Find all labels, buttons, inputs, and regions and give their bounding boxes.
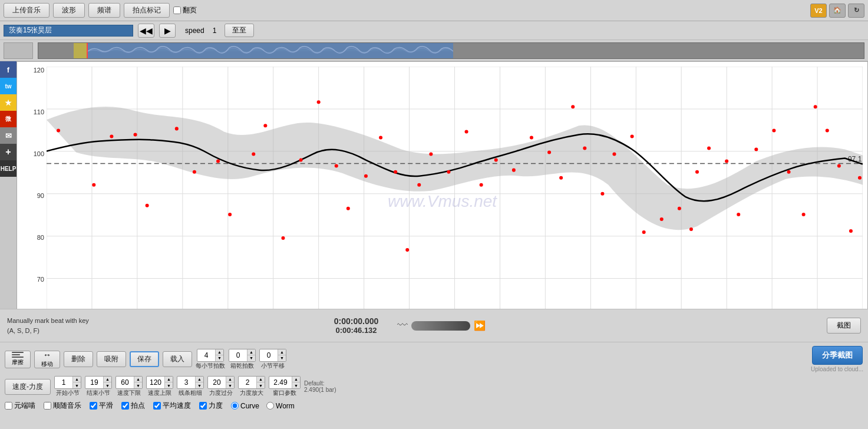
- split-view-button[interactable]: 分季截图: [812, 346, 863, 365]
- beat-point-checkbox[interactable]: [121, 402, 129, 410]
- smoothing-up[interactable]: ▲: [247, 349, 255, 355]
- start-bar-up[interactable]: ▲: [72, 377, 81, 382]
- twitter-button[interactable]: tw: [0, 78, 16, 94]
- force-smooth-down[interactable]: ▼: [226, 382, 234, 388]
- speed-min-down[interactable]: ▼: [134, 382, 142, 388]
- bar-step-label: 小节平移: [261, 362, 285, 370]
- end-bar-down[interactable]: ▼: [103, 382, 111, 388]
- window-param-down[interactable]: ▼: [292, 382, 300, 388]
- facebook-button[interactable]: f: [0, 61, 16, 78]
- mail-button[interactable]: ✉: [0, 127, 16, 144]
- window-param-up[interactable]: ▲: [292, 377, 300, 382]
- svg-point-29: [92, 183, 95, 187]
- smooth-checkbox[interactable]: [90, 402, 97, 410]
- status-bar: Manually mark beat with key (A, S, D, F)…: [0, 309, 868, 342]
- beat-mark-button[interactable]: 拍点标记: [124, 3, 170, 18]
- flip-label: 翻页: [183, 5, 197, 15]
- delete-button[interactable]: 删除: [64, 351, 93, 367]
- refresh-button[interactable]: ↻: [848, 4, 864, 18]
- window-param-value: 2.49: [269, 378, 292, 387]
- speed-max-spinner: 120 ▲ ▼ 速度上限: [146, 376, 173, 397]
- worm-radio-label[interactable]: Worm: [266, 402, 295, 410]
- svg-point-73: [787, 170, 791, 174]
- social-sidebar: f tw ★ 微 ✉ + HELP: [0, 61, 16, 177]
- force-smooth-value: 20: [208, 378, 226, 387]
- svg-point-46: [394, 170, 397, 174]
- no-sound-label: 元端喵: [14, 401, 35, 411]
- flip-checkbox-label[interactable]: 翻页: [173, 5, 197, 15]
- time-total: 0:00:46.132: [334, 326, 379, 335]
- waveform-container[interactable]: [38, 42, 864, 59]
- flip-checkbox[interactable]: [173, 6, 181, 14]
- avg-speed-checkbox-label[interactable]: 平均速度: [153, 401, 191, 411]
- erase-label: 摩擦: [12, 358, 24, 367]
- curve-label: Curve: [240, 402, 259, 410]
- bar-step-down[interactable]: ▼: [278, 355, 286, 361]
- svg-point-69: [725, 160, 728, 163]
- beats-per-bar-up[interactable]: ▲: [215, 349, 223, 355]
- chart-svg[interactable]: 97.1: [47, 67, 863, 321]
- svg-point-39: [281, 236, 285, 240]
- attach-button[interactable]: 吸附: [97, 351, 126, 367]
- random-music-checkbox-label[interactable]: 顺随音乐: [44, 401, 81, 411]
- erase-tool-button[interactable]: 摩擦: [5, 351, 31, 368]
- upload-music-button[interactable]: 上传音乐: [4, 3, 49, 18]
- v2-button[interactable]: V2: [810, 4, 827, 18]
- start-bar-down[interactable]: ▼: [72, 382, 81, 388]
- svg-point-66: [689, 227, 693, 231]
- set-button[interactable]: 至至: [225, 24, 254, 37]
- help-button[interactable]: HELP: [0, 160, 16, 177]
- speed-slider[interactable]: [411, 321, 470, 331]
- speed-max-down[interactable]: ▼: [164, 382, 173, 388]
- y-70: 70: [37, 276, 44, 283]
- speed-max-up[interactable]: ▲: [164, 377, 173, 382]
- waveform-blue: [88, 43, 453, 58]
- speed-force-button[interactable]: 速度-力度: [5, 379, 51, 395]
- no-sound-checkbox[interactable]: [5, 402, 12, 410]
- curve-radio-label[interactable]: Curve: [231, 402, 259, 410]
- force-checkbox[interactable]: [199, 402, 207, 410]
- home-button[interactable]: 🏠: [829, 4, 846, 18]
- section-button[interactable]: 截图: [827, 318, 861, 334]
- waveform-button[interactable]: 波形: [53, 3, 85, 18]
- svg-point-77: [837, 164, 841, 168]
- beat-point-checkbox-label[interactable]: 拍点: [121, 401, 145, 411]
- svg-point-70: [737, 213, 740, 216]
- line-width-up[interactable]: ▲: [195, 377, 203, 382]
- svg-point-64: [660, 217, 664, 221]
- weibo-button[interactable]: 微: [0, 111, 16, 127]
- plus-button[interactable]: +: [0, 144, 16, 160]
- section-panel: 截图: [827, 318, 861, 334]
- play-button[interactable]: ▶: [159, 24, 176, 38]
- force-amp-label: 力度放大: [240, 389, 263, 397]
- save-button[interactable]: 保存: [130, 351, 159, 367]
- beats-per-bar-label: 每小节拍数: [196, 362, 225, 370]
- smoothing-down[interactable]: ▼: [247, 355, 255, 361]
- smooth-checkbox-label[interactable]: 平滑: [90, 401, 113, 411]
- avg-speed-checkbox[interactable]: [153, 402, 161, 410]
- line-width-down[interactable]: ▼: [195, 382, 203, 388]
- load-button[interactable]: 载入: [163, 351, 192, 367]
- no-sound-checkbox-label[interactable]: 元端喵: [5, 401, 35, 411]
- file-name-input[interactable]: 茨奏15张昊层: [4, 25, 133, 37]
- force-checkbox-label[interactable]: 力度: [199, 401, 223, 411]
- y-120: 120: [34, 67, 44, 74]
- prev-button[interactable]: ◀◀: [138, 24, 154, 38]
- worm-radio[interactable]: [266, 402, 274, 410]
- star-button[interactable]: ★: [0, 94, 16, 111]
- spectrum-button[interactable]: 频谱: [88, 3, 120, 18]
- svg-point-52: [480, 183, 483, 187]
- upload-cloud-text: Uploaded to cloud...: [811, 366, 863, 372]
- speed-min-up[interactable]: ▲: [134, 377, 142, 382]
- move-tool-button[interactable]: ↔ 移动: [34, 351, 60, 368]
- force-smooth-up[interactable]: ▲: [226, 377, 234, 382]
- random-music-checkbox[interactable]: [44, 402, 51, 410]
- beats-per-bar-down[interactable]: ▼: [215, 355, 223, 361]
- start-bar-spinner: 1 ▲ ▼ 开始小节: [54, 376, 81, 397]
- end-bar-up[interactable]: ▲: [103, 377, 111, 382]
- force-amp-down[interactable]: ▼: [256, 382, 265, 388]
- curve-radio[interactable]: [231, 402, 239, 410]
- force-amp-up[interactable]: ▲: [256, 377, 265, 382]
- bar-step-up[interactable]: ▲: [278, 349, 286, 355]
- svg-point-35: [216, 160, 220, 163]
